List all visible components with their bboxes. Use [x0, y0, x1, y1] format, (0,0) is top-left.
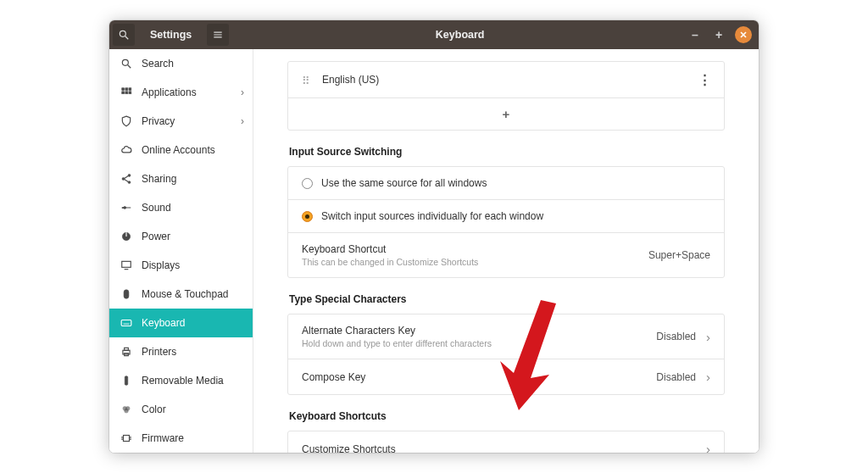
alternate-characters-row[interactable]: Alternate Characters Key Hold down and t…: [288, 314, 724, 359]
search-icon: [118, 29, 130, 41]
chip-icon: [120, 431, 133, 445]
titlebar: Settings Keyboard – +: [109, 20, 759, 49]
svg-rect-9: [122, 88, 125, 91]
compose-key-title: Compose Key: [302, 371, 365, 383]
power-icon: [120, 230, 133, 243]
svg-rect-14: [129, 92, 131, 94]
chevron-right-icon: ›: [241, 86, 244, 98]
sidebar-item-label: Sound: [142, 202, 171, 214]
minimize-button[interactable]: –: [687, 28, 703, 42]
search-icon: [120, 57, 133, 70]
settings-title: Settings: [138, 29, 203, 41]
apps-icon: [120, 86, 133, 99]
hamburger-button[interactable]: [207, 24, 229, 46]
page-title: Keyboard: [232, 29, 687, 41]
sidebar-item-label: Applications: [142, 86, 197, 98]
close-icon: [739, 31, 748, 39]
sidebar-item-power[interactable]: Power: [109, 222, 253, 251]
chevron-right-icon: ›: [706, 370, 710, 384]
sidebar-item-label: Displays: [142, 259, 180, 271]
svg-rect-12: [122, 92, 125, 94]
printer-icon: [120, 345, 133, 359]
sound-icon: [120, 201, 133, 214]
compose-key-row[interactable]: Compose Key Disabled ›: [288, 359, 724, 394]
sidebar: Search Applications› Privacy› Online Acc…: [109, 49, 253, 453]
kebab-menu-button[interactable]: ⋮: [698, 72, 710, 87]
svg-rect-11: [129, 88, 131, 91]
alternate-chars-title: Alternate Characters Key: [302, 325, 492, 337]
svg-point-36: [125, 409, 129, 413]
grip-icon[interactable]: ⠿: [302, 75, 312, 85]
usb-icon: [120, 374, 133, 387]
radio-per-window[interactable]: Switch input sources individually for ea…: [288, 200, 724, 233]
display-icon: [120, 259, 133, 272]
shield-icon: [120, 114, 133, 128]
maximize-button[interactable]: +: [711, 28, 726, 42]
svg-rect-27: [124, 290, 129, 299]
radio-icon: [302, 178, 313, 189]
hamburger-icon: [212, 29, 224, 41]
sidebar-item-label: Keyboard: [142, 317, 185, 329]
sidebar-item-online-accounts[interactable]: Online Accounts: [109, 136, 253, 164]
radio-icon: [302, 211, 313, 222]
section-input-source-switching: Input Source Switching: [289, 146, 725, 158]
shortcut-subtitle: This can be changed in Customize Shortcu…: [302, 257, 478, 267]
svg-point-7: [122, 59, 128, 65]
svg-line-8: [128, 65, 131, 69]
alternate-chars-value: Disabled: [656, 331, 696, 342]
color-icon: [120, 403, 133, 416]
svg-line-18: [125, 176, 129, 179]
customize-shortcuts-row[interactable]: Customize Shortcuts ›: [288, 431, 724, 453]
search-button[interactable]: [113, 24, 135, 46]
share-icon: [120, 172, 133, 186]
shortcut-value: Super+Space: [648, 249, 710, 261]
svg-line-19: [125, 180, 129, 182]
section-keyboard-shortcuts: Keyboard Shortcuts: [289, 410, 725, 422]
sidebar-item-label: Online Accounts: [142, 144, 215, 156]
sidebar-item-privacy[interactable]: Privacy›: [109, 107, 253, 136]
shortcut-title: Keyboard Shortcut: [302, 243, 478, 255]
sidebar-item-label: Firmware: [142, 432, 184, 444]
svg-point-0: [120, 31, 125, 36]
mouse-icon: [120, 287, 133, 301]
input-source-label: English (US): [322, 74, 379, 86]
chevron-right-icon: ›: [706, 442, 710, 453]
sidebar-item-search[interactable]: Search: [109, 49, 253, 78]
close-button[interactable]: [735, 26, 752, 43]
radio-same-source[interactable]: Use the same source for all windows: [288, 167, 724, 200]
sidebar-item-label: Power: [142, 231, 170, 242]
add-input-source-button[interactable]: +: [288, 98, 724, 130]
cloud-icon: [120, 143, 133, 157]
sidebar-item-mouse-touchpad[interactable]: Mouse & Touchpad: [109, 280, 253, 309]
svg-rect-37: [124, 436, 130, 442]
sidebar-item-keyboard[interactable]: Keyboard: [109, 309, 253, 337]
sidebar-item-label: Color: [142, 403, 166, 415]
sidebar-item-removable-media[interactable]: Removable Media: [109, 366, 253, 395]
customize-shortcuts-label: Customize Shortcuts: [302, 443, 396, 454]
sidebar-item-printers[interactable]: Printers: [109, 337, 253, 366]
content-area[interactable]: ⠿ English (US) ⋮ + Input Source Switchin…: [253, 49, 759, 453]
svg-rect-28: [121, 320, 131, 326]
radio-label: Switch input sources individually for ea…: [321, 210, 543, 222]
sidebar-item-applications[interactable]: Applications›: [109, 78, 253, 107]
keyboard-shortcuts-card: Customize Shortcuts ›: [287, 431, 725, 453]
sidebar-item-color[interactable]: Color: [109, 395, 253, 424]
sidebar-item-sharing[interactable]: Sharing: [109, 164, 253, 193]
sidebar-item-displays[interactable]: Displays: [109, 251, 253, 280]
svg-line-1: [125, 36, 129, 40]
keyboard-shortcut-row: Keyboard Shortcut This can be changed in…: [288, 233, 724, 277]
svg-rect-13: [125, 92, 128, 94]
special-chars-card: Alternate Characters Key Hold down and t…: [287, 314, 725, 395]
input-source-row[interactable]: ⠿ English (US) ⋮: [288, 62, 724, 98]
svg-rect-31: [125, 348, 129, 350]
sidebar-item-sound[interactable]: Sound: [109, 193, 253, 222]
svg-point-22: [124, 207, 126, 209]
compose-key-value: Disabled: [656, 371, 696, 383]
switching-card: Use the same source for all windows Swit…: [287, 166, 725, 278]
sidebar-item-firmware[interactable]: Firmware: [109, 424, 253, 453]
sidebar-item-label: Sharing: [142, 173, 176, 185]
sidebar-item-label: Mouse & Touchpad: [142, 288, 229, 300]
sidebar-item-label: Search: [142, 58, 174, 70]
chevron-right-icon: ›: [241, 115, 244, 127]
sidebar-item-label: Privacy: [142, 115, 175, 127]
